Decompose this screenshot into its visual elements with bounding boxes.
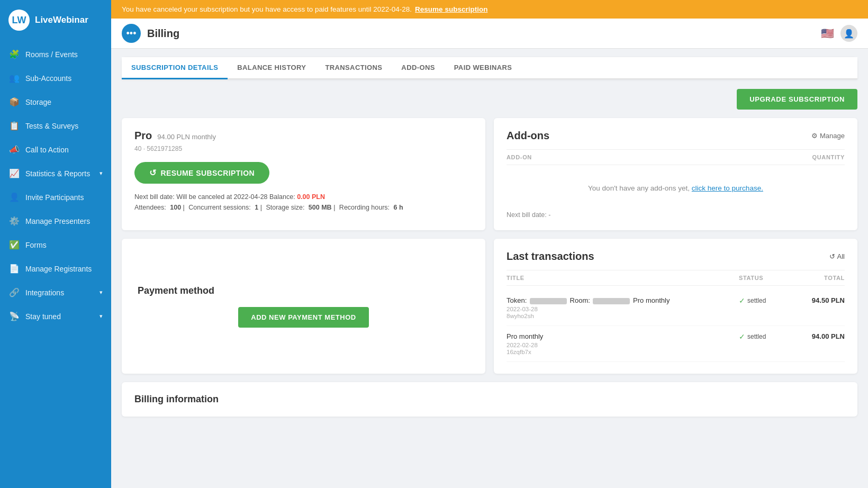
- nav-label-presenters: Manage Presenters: [25, 217, 90, 225]
- balance-value: 0.00 PLN: [297, 193, 325, 201]
- logo: LW LiveWebinar: [0, 0, 111, 40]
- page-header: ••• Billing 🇺🇸 👤: [111, 19, 868, 49]
- tx-token-redacted: [530, 298, 567, 304]
- transaction-row: Token: Room: Pro monthly 2022-03-28 8wyh…: [507, 290, 845, 326]
- sidebar-item-stats[interactable]: 📈 Statistics & Reports ▾: [0, 161, 111, 185]
- pro-plan-card: Pro 94.00 PLN monthly 40 · 5621971285 ↺ …: [122, 118, 485, 230]
- sidebar-item-rooms[interactable]: 🧩 Rooms / Events: [0, 42, 111, 66]
- manage-label: Manage: [820, 132, 845, 140]
- nav-icon-tests: 📋: [8, 121, 20, 131]
- tx-row-main: Pro monthly 2022-02-28 16zqfb7x ✓ settle…: [507, 332, 845, 355]
- language-flag-icon[interactable]: 🇺🇸: [821, 27, 834, 40]
- subscription-banner: You have canceled your subscription but …: [111, 0, 868, 19]
- tab-subscription[interactable]: SUBSCRIPTION DETAILS: [122, 57, 228, 79]
- menu-dots-icon: •••: [126, 28, 137, 39]
- transactions-table-header: TITLE STATUS TOTAL: [507, 270, 845, 286]
- all-transactions-link[interactable]: ↺ All: [829, 252, 845, 260]
- resume-icon: ↺: [149, 168, 156, 178]
- manage-addons-link[interactable]: ⚙ Manage: [811, 132, 845, 140]
- tx-col-status: STATUS: [739, 275, 792, 281]
- tab-balance[interactable]: BALANCE HISTORY: [228, 57, 315, 79]
- nav-label-stay-tuned: Stay tuned: [25, 312, 61, 321]
- addons-empty-text: You don't have any add-ons yet,: [588, 184, 690, 192]
- addons-table-header: ADD-ON QUANTITY: [507, 149, 845, 165]
- upgrade-button-wrap: UPGRADE SUBSCRIPTION: [122, 89, 857, 110]
- nav-icon-stay-tuned: 📡: [8, 311, 20, 321]
- tx-title-col: Token: Room: Pro monthly 2022-03-28 8wyh…: [507, 296, 739, 319]
- check-icon: ✓: [739, 296, 745, 305]
- balance-label: Balance:: [269, 193, 295, 201]
- tx-total: 94.00 PLN: [792, 332, 845, 340]
- tab-paid-webinars[interactable]: PAID WEBINARS: [445, 57, 522, 79]
- nav-label-registrants: Manage Registrants: [25, 265, 92, 273]
- plan-price: 94.00 PLN monthly: [157, 133, 216, 141]
- addons-purchase-link[interactable]: click here to purchase.: [692, 184, 763, 192]
- next-bill-value: Will be canceled at 2022-04-28: [176, 193, 267, 201]
- addons-header: Add-ons ⚙ Manage: [507, 130, 845, 142]
- sidebar-nav: 🧩 Rooms / Events 👥 Sub-Accounts 📦 Storag…: [0, 40, 111, 488]
- header-left: ••• Billing: [122, 24, 179, 43]
- nav-icon-rooms: 🧩: [8, 49, 20, 59]
- sidebar: LW LiveWebinar 🧩 Rooms / Events 👥 Sub-Ac…: [0, 0, 111, 488]
- nav-label-invite: Invite Participants: [25, 193, 84, 202]
- sidebar-item-storage[interactable]: 📦 Storage: [0, 90, 111, 114]
- sidebar-item-stay-tuned[interactable]: 📡 Stay tuned ▾: [0, 304, 111, 328]
- logo-icon: LW: [8, 10, 30, 31]
- concurrent-value: 1: [255, 204, 258, 211]
- attendees-label: Attendees:: [134, 204, 166, 211]
- nav-icon-registrants: 📄: [8, 264, 20, 274]
- tx-status-label: settled: [747, 297, 766, 304]
- sidebar-item-invite[interactable]: 👤 Invite Participants: [0, 185, 111, 209]
- storage-value: 500 MB: [309, 204, 332, 211]
- last-transactions-card: Last transactions ↺ All TITLE STATUS TOT…: [494, 239, 857, 374]
- content-area: SUBSCRIPTION DETAILSBALANCE HISTORYTRANS…: [111, 49, 868, 488]
- transactions-header: Last transactions ↺ All: [507, 250, 845, 263]
- resume-subscription-button[interactable]: ↺ RESUME SUBSCRIPTION: [134, 162, 269, 184]
- tx-room-redacted: [593, 298, 630, 304]
- nav-icon-forms: ✅: [8, 240, 20, 250]
- nav-icon-invite: 👤: [8, 192, 20, 202]
- payment-method-title: Payment method: [138, 285, 214, 296]
- banner-message: You have canceled your subscription but …: [122, 5, 412, 13]
- tx-title: Token: Room: Pro monthly: [507, 296, 739, 304]
- transactions-title: Last transactions: [507, 250, 594, 263]
- tx-room-label: Room:: [570, 296, 590, 304]
- upgrade-subscription-button[interactable]: UPGRADE SUBSCRIPTION: [737, 89, 857, 110]
- sidebar-item-sub-accounts[interactable]: 👥 Sub-Accounts: [0, 66, 111, 90]
- banner-resume-link[interactable]: Resume subscription: [415, 5, 487, 13]
- sidebar-item-presenters[interactable]: ⚙️ Manage Presenters: [0, 209, 111, 233]
- next-bill-info: Next bill date: Will be canceled at 2022…: [134, 193, 473, 201]
- cards-grid: Pro 94.00 PLN monthly 40 · 5621971285 ↺ …: [122, 118, 857, 374]
- header-menu-button[interactable]: •••: [122, 24, 141, 43]
- sidebar-item-cta[interactable]: 📣 Call to Action: [0, 138, 111, 161]
- tx-row-main: Token: Room: Pro monthly 2022-03-28 8wyh…: [507, 296, 845, 319]
- tx-suffix: Pro monthly: [633, 296, 670, 304]
- add-payment-method-button[interactable]: ADD NEW PAYMENT METHOD: [238, 307, 369, 328]
- billing-info-title: Billing information: [134, 394, 845, 405]
- tx-status: ✓ settled: [739, 332, 792, 341]
- user-avatar[interactable]: 👤: [840, 25, 857, 42]
- nav-arrow-stats: ▾: [100, 170, 103, 177]
- nav-label-sub-accounts: Sub-Accounts: [25, 74, 71, 83]
- nav-icon-stats: 📈: [8, 168, 20, 178]
- tab-addons[interactable]: ADD-ONS: [392, 57, 444, 79]
- tx-col-title: TITLE: [507, 275, 739, 281]
- logo-text: LiveWebinar: [35, 15, 88, 25]
- payment-method-card: Payment method ADD NEW PAYMENT METHOD: [122, 239, 485, 374]
- nav-icon-sub-accounts: 👥: [8, 73, 20, 83]
- billing-info-card: Billing information: [122, 382, 857, 417]
- recording-label: Recording hours:: [339, 204, 390, 211]
- addon-col-header: ADD-ON: [507, 154, 532, 160]
- sidebar-item-tests[interactable]: 📋 Tests & Surveys: [0, 114, 111, 138]
- gear-icon: ⚙: [811, 132, 818, 140]
- tab-transactions[interactable]: TRANSACTIONS: [315, 57, 392, 79]
- next-bill-label: Next bill date:: [134, 193, 175, 201]
- sidebar-item-forms[interactable]: ✅ Forms: [0, 233, 111, 257]
- addons-card: Add-ons ⚙ Manage ADD-ON QUANTITY You don…: [494, 118, 857, 230]
- sidebar-item-integrations[interactable]: 🔗 Integrations ▾: [0, 281, 111, 304]
- sidebar-item-registrants[interactable]: 📄 Manage Registrants: [0, 257, 111, 281]
- billing-details: Attendees: 100 | Concurrent sessions: 1 …: [134, 204, 473, 211]
- nav-icon-storage: 📦: [8, 97, 20, 107]
- nav-icon-presenters: ⚙️: [8, 216, 20, 226]
- header-right: 🇺🇸 👤: [821, 25, 857, 42]
